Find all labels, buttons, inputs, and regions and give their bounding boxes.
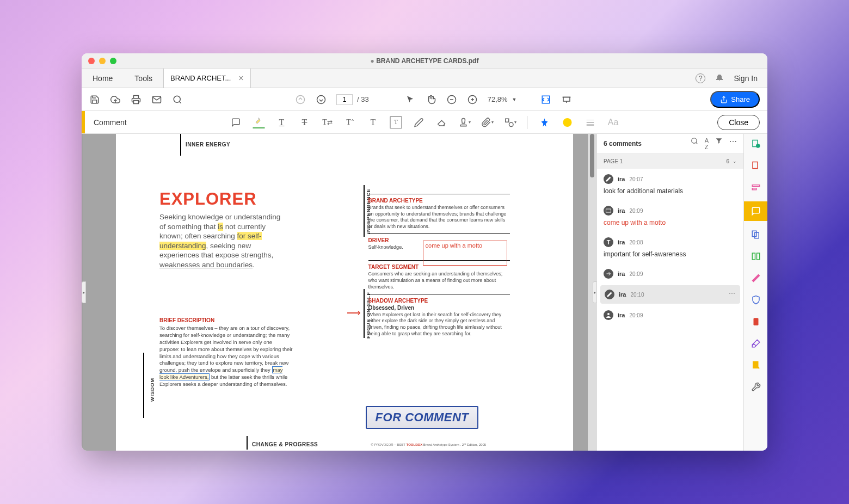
redact-icon[interactable]	[750, 272, 762, 284]
comment-author: ira	[618, 176, 625, 182]
pin-icon[interactable]	[539, 116, 551, 128]
brand-archetype-text: Brands that seek to understand themselve…	[368, 205, 510, 230]
menu-bar: Home Tools BRAND ARCHET... × ? 🔔︎ Sign I…	[82, 69, 767, 88]
close-comment-button[interactable]: Close	[717, 115, 760, 130]
sticky-note-icon[interactable]	[230, 116, 242, 128]
line-weight-icon[interactable]	[585, 116, 596, 128]
svg-rect-36	[753, 318, 758, 325]
search-comments-icon[interactable]	[691, 137, 698, 150]
create-pdf-icon[interactable]: +	[750, 138, 762, 150]
comment-text: important for self-awareness	[604, 250, 737, 258]
comment-type-icon	[604, 269, 613, 279]
stamp-icon[interactable]: ▾	[459, 116, 471, 128]
svg-point-5	[317, 95, 325, 103]
svg-rect-0	[134, 100, 139, 103]
comment-item[interactable]: ira 20:10 ⋯	[600, 285, 740, 304]
textbox-icon[interactable]: T	[390, 116, 402, 128]
for-comment-stamp[interactable]: FOR COMMENT	[366, 406, 479, 429]
font-icon[interactable]: Aa	[607, 116, 619, 128]
page-footer: © PROVOCOR – BSBT TOOLBOX Brand Archetyp…	[371, 442, 486, 446]
document-viewer[interactable]: ▸ INNER ENERGY EXPLORER Seeking knowledg…	[82, 134, 596, 451]
comment-item[interactable]: ira 20:07 look for additional materials	[597, 169, 743, 200]
sort-comments-icon[interactable]: AZ	[705, 137, 709, 150]
combine-icon[interactable]	[750, 229, 762, 241]
more-tools-icon[interactable]	[750, 381, 762, 393]
edit-pdf-icon[interactable]	[750, 182, 762, 194]
underline-icon[interactable]: T	[276, 116, 288, 128]
bell-icon[interactable]: 🔔︎	[715, 73, 724, 83]
close-tab-icon[interactable]: ×	[238, 73, 243, 83]
sign-icon[interactable]	[750, 337, 762, 349]
comment-toolbar: Comment T T T⇄ T˄ T T ▾ ▾ ▾ Aa Close	[82, 111, 767, 134]
share-button[interactable]: Share	[710, 91, 760, 108]
title-bar: ● BRAND ARCHETYPE CARDS.pdf	[82, 53, 767, 69]
sign-in-link[interactable]: Sign In	[734, 74, 758, 83]
close-window-button[interactable]	[88, 58, 95, 64]
comment-rail-icon[interactable]	[744, 201, 768, 221]
comment-item[interactable]: T ira 20:08 important for self-awareness	[597, 232, 743, 263]
attachment-icon[interactable]: ▾	[482, 116, 494, 128]
cloud-upload-icon[interactable]	[110, 94, 121, 105]
svg-rect-30	[752, 185, 760, 187]
document-tab[interactable]: BRAND ARCHET... ×	[163, 69, 251, 88]
brand-archetype-title: BRAND ARCHETYPE	[368, 198, 510, 204]
comments-panel-collapse[interactable]: ▸	[593, 281, 597, 303]
home-tab[interactable]: Home	[82, 69, 124, 88]
tools-tab[interactable]: Tools	[124, 69, 163, 88]
color-picker[interactable]	[562, 116, 574, 128]
zoom-in-icon[interactable]	[467, 94, 478, 105]
maximize-window-button[interactable]	[110, 58, 116, 64]
shapes-icon[interactable]: ▾	[505, 116, 516, 128]
comment-text: come up with a motto	[604, 219, 737, 226]
compress-icon[interactable]	[750, 316, 762, 328]
comment-time: 20:09	[629, 312, 643, 318]
zoom-level[interactable]: 72,8%▼	[488, 95, 517, 103]
search-icon[interactable]	[172, 94, 183, 105]
highlighter-icon[interactable]	[253, 116, 265, 128]
svg-point-21	[691, 138, 696, 143]
comment-type-icon	[604, 174, 613, 184]
organize-icon[interactable]	[750, 250, 762, 262]
comment-more-icon[interactable]: ⋯	[729, 290, 736, 297]
insert-text-icon[interactable]: T˄	[344, 116, 356, 128]
pointer-icon[interactable]	[405, 94, 416, 105]
comment-label: Comment	[85, 118, 136, 127]
page-up-icon[interactable]	[295, 94, 306, 105]
replace-text-icon[interactable]: T⇄	[322, 116, 334, 128]
comment-author: ira	[618, 312, 625, 318]
comment-item[interactable]: ira 20:09	[597, 305, 743, 325]
fit-width-icon[interactable]	[540, 94, 551, 105]
left-panel-expand[interactable]: ▸	[82, 281, 86, 303]
hand-icon[interactable]	[426, 94, 436, 105]
page-down-icon[interactable]	[316, 94, 327, 105]
print-icon[interactable]	[131, 94, 142, 105]
email-icon[interactable]	[151, 94, 162, 105]
pencil-icon[interactable]	[413, 116, 425, 128]
zoom-out-icon[interactable]	[446, 94, 457, 105]
motto-annotation[interactable]: come up with a motto	[423, 241, 507, 266]
comment-item[interactable]: ira 20:09 come up with a motto	[597, 200, 743, 232]
filter-comments-icon[interactable]	[715, 137, 723, 150]
text-icon[interactable]: T	[367, 116, 379, 128]
minimize-window-button[interactable]	[99, 58, 106, 64]
shadow-text: When Explorers get lost in their search …	[368, 312, 510, 337]
comment-item[interactable]: ira 20:09	[597, 263, 743, 284]
export-pdf-icon[interactable]	[750, 160, 762, 172]
eraser-icon[interactable]	[436, 116, 448, 128]
send-icon[interactable]	[750, 359, 762, 371]
projector-icon[interactable]	[561, 94, 572, 105]
change-progress-label: CHANGE & PROGRESS	[252, 441, 318, 447]
help-icon[interactable]: ?	[696, 73, 705, 83]
save-icon[interactable]	[89, 94, 100, 105]
strikethrough-icon[interactable]: T	[299, 116, 311, 128]
page-total: / 33	[357, 95, 369, 103]
page-group-header[interactable]: PAGE 1 6 ⌄	[597, 153, 743, 169]
more-options-icon[interactable]: ⋯	[729, 137, 737, 150]
svg-rect-35	[756, 253, 759, 260]
page-number-input[interactable]	[336, 94, 353, 105]
comment-type-icon	[604, 206, 613, 216]
target-text: Consumers who are seeking an understandi…	[368, 271, 510, 290]
content-area: ▸ INNER ENERGY EXPLORER Seeking knowledg…	[82, 134, 767, 451]
red-arrow-annotation[interactable]: ⟶	[347, 307, 361, 319]
protect-icon[interactable]	[750, 294, 762, 306]
